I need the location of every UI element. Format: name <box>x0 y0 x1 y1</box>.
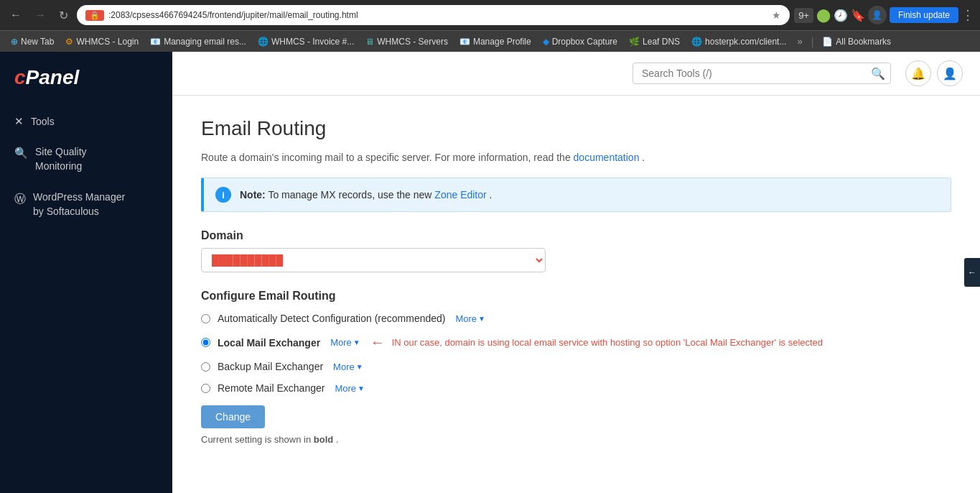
menu-button[interactable]: ⋮ <box>961 7 974 23</box>
browser-toolbar: ← → ↻ 🔒 :2083/cpsess4667694245/frontend/… <box>0 0 980 30</box>
radio-label-backup-mail: Backup Mail Exchanger <box>218 361 323 372</box>
annotation-text: IN our case, domain is using local email… <box>392 337 823 348</box>
sidebar-item-wordpress[interactable]: Ⓦ WordPress Managerby Softaculous <box>0 182 172 227</box>
domain-label: Domain <box>201 229 951 242</box>
sidebar-item-label-site-quality: Site QualityMonitoring <box>35 145 87 173</box>
main-header: 🔍 🔔 👤 <box>172 52 980 96</box>
collapse-sidebar-button[interactable]: ← <box>964 258 980 287</box>
ext-icon-3[interactable]: 🕗 <box>834 9 848 22</box>
sidebar-item-label-wordpress: WordPress Managerby Softaculous <box>33 190 125 218</box>
ext-icon-4[interactable]: 🔖 <box>851 9 865 22</box>
current-setting-note: Current setting is shown in bold . <box>201 434 951 445</box>
more-btn-backup-mail[interactable]: More ▼ <box>330 361 366 372</box>
page-body: Email Routing Route a domain's incoming … <box>172 96 980 493</box>
bookmark-manage-profile[interactable]: 📧 Manage Profile <box>454 35 536 48</box>
site-quality-icon: 🔍 <box>14 147 28 160</box>
configure-title: Configure Email Routing <box>201 290 951 303</box>
radio-item-local-mail: Local Mail Exchanger More ▼ ← IN our cas… <box>201 334 951 351</box>
search-tools-wrapper: 🔍 <box>633 63 891 84</box>
search-icon-button[interactable]: 🔍 <box>871 67 885 80</box>
bookmark-whmcs-invoice[interactable]: 🌐 WHMCS - Invoice #... <box>253 35 359 48</box>
domain-section: Domain ██████████ <box>201 229 951 272</box>
sidebar-item-label-tools: Tools <box>31 116 55 127</box>
reload-button[interactable]: ↻ <box>55 6 73 25</box>
finish-update-button[interactable]: Finish update <box>890 7 958 23</box>
cpanel-logo: cPanel <box>14 66 158 89</box>
more-btn-remote-mail[interactable]: More ▼ <box>332 383 368 394</box>
sidebar-item-site-quality[interactable]: 🔍 Site QualityMonitoring <box>0 137 172 182</box>
domain-select[interactable]: ██████████ <box>201 248 546 272</box>
more-btn-local-mail[interactable]: More ▼ <box>327 337 363 348</box>
radio-label-auto-detect: Automatically Detect Configuration (reco… <box>218 313 445 324</box>
red-arrow-icon: ← <box>370 334 385 351</box>
address-url: :2083/cpsess4667694245/frontend/jupiter/… <box>108 10 767 20</box>
app-container: cPanel ✕ Tools 🔍 Site QualityMonitoring … <box>0 52 980 493</box>
ext-icon-5[interactable]: 👤 <box>868 6 887 24</box>
bookmark-managing-email[interactable]: 📧 Managing email res... <box>145 35 251 48</box>
search-tools-input[interactable] <box>633 63 891 84</box>
back-button[interactable]: ← <box>6 6 26 24</box>
bookmark-whmcs-login[interactable]: ⚙ WHMCS - Login <box>60 35 144 48</box>
note-box: i Note: To manage MX records, use the ne… <box>201 178 951 212</box>
notifications-button[interactable]: 🔔 <box>905 60 931 86</box>
radio-label-remote-mail: Remote Mail Exchanger <box>218 382 325 394</box>
page-title: Email Routing <box>201 117 951 140</box>
bookmark-hosterpk[interactable]: 🌐 hosterpk.com/client... <box>686 35 791 48</box>
note-icon: i <box>215 187 231 203</box>
configure-section: Configure Email Routing Automatically De… <box>201 290 951 445</box>
ext-icon-2[interactable]: ⬤ <box>816 7 831 23</box>
star-icon[interactable]: ★ <box>772 9 781 21</box>
ext-icon-1[interactable]: 9+ <box>794 8 813 23</box>
radio-local-mail[interactable] <box>201 338 210 347</box>
radio-label-local-mail: Local Mail Exchanger <box>218 337 320 349</box>
radio-backup-mail[interactable] <box>201 362 210 372</box>
radio-item-auto-detect: Automatically Detect Configuration (reco… <box>201 313 951 324</box>
page-description: Route a domain's incoming mail to a spec… <box>201 152 951 163</box>
bookmark-dropbox[interactable]: ◆ Dropbox Capture <box>538 35 622 48</box>
bookmark-whmcs-servers[interactable]: 🖥 WHMCS - Servers <box>360 35 453 48</box>
bookmark-new-tab[interactable]: ⊕ New Tab <box>6 35 59 48</box>
user-profile-button[interactable]: 👤 <box>937 60 963 86</box>
forward-button[interactable]: → <box>30 6 50 24</box>
bookmarks-more-button[interactable]: » <box>793 34 806 48</box>
zone-editor-link[interactable]: Zone Editor <box>434 189 486 201</box>
sidebar-logo: cPanel <box>0 66 172 106</box>
documentation-link[interactable]: documentation <box>574 152 640 163</box>
tools-icon: ✕ <box>14 115 24 128</box>
bookmarks-bar: ⊕ New Tab ⚙ WHMCS - Login 📧 Managing ema… <box>0 30 980 52</box>
sidebar-item-tools[interactable]: ✕ Tools <box>0 106 172 137</box>
change-button[interactable]: Change <box>201 405 265 428</box>
sidebar: cPanel ✕ Tools 🔍 Site QualityMonitoring … <box>0 52 172 493</box>
radio-auto-detect[interactable] <box>201 314 210 323</box>
radio-group: Automatically Detect Configuration (reco… <box>201 313 951 394</box>
all-bookmarks-button[interactable]: 📄 All Bookmarks <box>818 35 895 48</box>
more-btn-auto-detect[interactable]: More ▼ <box>452 313 488 324</box>
wordpress-icon: Ⓦ <box>14 192 26 207</box>
radio-remote-mail[interactable] <box>201 384 210 393</box>
security-badge: 🔒 <box>85 10 104 21</box>
radio-item-remote-mail: Remote Mail Exchanger More ▼ <box>201 382 951 394</box>
address-bar[interactable]: 🔒 :2083/cpsess4667694245/frontend/jupite… <box>77 5 790 25</box>
note-text: Note: To manage MX records, use the new … <box>240 189 492 201</box>
main-wrapper: 🔍 🔔 👤 Email Routing Route a domain's inc… <box>172 52 980 493</box>
bookmark-leaf-dns[interactable]: 🌿 Leaf DNS <box>624 35 685 48</box>
browser-chrome: ← → ↻ 🔒 :2083/cpsess4667694245/frontend/… <box>0 0 980 52</box>
radio-item-backup-mail: Backup Mail Exchanger More ▼ <box>201 361 951 372</box>
browser-extension-icons: 9+ ⬤ 🕗 🔖 👤 Finish update ⋮ <box>794 6 974 24</box>
